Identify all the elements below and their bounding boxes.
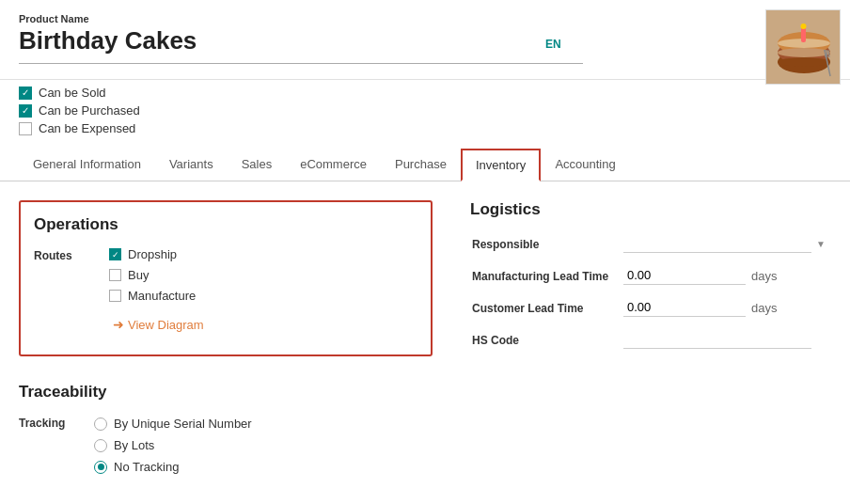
routes-field-row: Routes Dropship Buy Manufacture xyxy=(34,247,414,332)
can-be-purchased-row[interactable]: Can be Purchased xyxy=(19,103,831,118)
tab-ecommerce[interactable]: eCommerce xyxy=(286,149,381,181)
tracking-serial-radio[interactable] xyxy=(94,417,107,431)
can-be-expensed-label: Can be Expensed xyxy=(39,121,135,135)
tracking-label: Tracking xyxy=(19,415,94,430)
manufacturing-lead-time-unit: days xyxy=(751,269,777,283)
tracking-serial-row[interactable]: By Unique Serial Number xyxy=(94,417,252,431)
tab-accounting[interactable]: Accounting xyxy=(541,149,629,181)
tracking-serial-label: By Unique Serial Number xyxy=(114,417,252,431)
route-dropship-checkbox[interactable] xyxy=(109,248,121,260)
svg-point-6 xyxy=(778,57,830,67)
right-column: Logistics Responsible ▼ Manufacturing Le… xyxy=(433,200,831,483)
customer-lead-time-input-row: days xyxy=(623,298,829,317)
route-buy-label: Buy xyxy=(128,268,149,282)
tracking-lots-label: By Lots xyxy=(114,438,154,452)
logistics-title: Logistics xyxy=(470,200,831,219)
operations-section: Operations Routes Dropship Buy Manufactu… xyxy=(19,200,433,356)
can-be-sold-row[interactable]: Can be Sold xyxy=(19,86,831,100)
route-manufacture-label: Manufacture xyxy=(128,289,196,303)
tracking-field-row: Tracking By Unique Serial Number By Lots… xyxy=(19,415,433,474)
traceability-section: Traceability Tracking By Unique Serial N… xyxy=(19,383,433,474)
can-be-expensed-row[interactable]: Can be Expensed xyxy=(19,121,831,135)
left-column: Operations Routes Dropship Buy Manufactu… xyxy=(19,200,433,483)
can-be-expensed-checkbox[interactable] xyxy=(19,122,32,135)
tracking-none-radio[interactable] xyxy=(94,461,107,474)
tab-variants[interactable]: Variants xyxy=(155,149,228,181)
header: Product Name Birthday Cakes EN xyxy=(0,0,850,80)
operations-title: Operations xyxy=(34,215,414,234)
product-title: Birthday Cakes xyxy=(19,26,583,64)
language-badge[interactable]: EN xyxy=(545,38,561,51)
svg-point-5 xyxy=(778,48,830,57)
traceability-title: Traceability xyxy=(19,383,433,402)
chevron-down-icon: ▼ xyxy=(816,239,826,249)
can-be-sold-label: Can be Sold xyxy=(39,86,106,100)
route-manufacture-checkbox[interactable] xyxy=(109,290,121,302)
customer-lead-time-unit: days xyxy=(751,301,777,315)
responsible-label: Responsible xyxy=(472,234,622,264)
can-be-sold-checkbox[interactable] xyxy=(19,87,32,100)
svg-rect-7 xyxy=(801,27,806,42)
route-buy-row[interactable]: Buy xyxy=(109,268,204,282)
product-name-label: Product Name xyxy=(19,13,831,24)
manufacturing-lead-time-input[interactable] xyxy=(623,266,746,285)
responsible-row: Responsible ▼ xyxy=(472,234,829,264)
hs-code-input[interactable] xyxy=(623,330,811,349)
product-image-placeholder xyxy=(766,10,841,85)
route-buy-checkbox[interactable] xyxy=(109,269,121,281)
tracking-options: By Unique Serial Number By Lots No Track… xyxy=(94,417,252,474)
customer-lead-time-label: Customer Lead Time xyxy=(472,298,622,328)
tracking-none-label: No Tracking xyxy=(114,460,179,474)
view-diagram-button[interactable]: ➜ View Diagram xyxy=(113,317,204,332)
tab-inventory[interactable]: Inventory xyxy=(461,149,541,181)
responsible-select[interactable] xyxy=(623,234,811,253)
routes-label: Routes xyxy=(34,247,109,262)
can-be-purchased-checkbox[interactable] xyxy=(19,104,32,118)
route-manufacture-row[interactable]: Manufacture xyxy=(109,289,204,303)
tracking-lots-row[interactable]: By Lots xyxy=(94,438,252,452)
tab-general-information[interactable]: General Information xyxy=(19,149,155,181)
tab-sales[interactable]: Sales xyxy=(228,149,287,181)
product-flags: Can be Sold Can be Purchased Can be Expe… xyxy=(0,80,850,145)
product-image xyxy=(765,9,841,85)
manufacturing-lead-time-label: Manufacturing Lead Time xyxy=(472,266,622,296)
customer-lead-time-row: Customer Lead Time days xyxy=(472,298,829,328)
view-diagram-label: View Diagram xyxy=(128,318,204,332)
can-be-purchased-label: Can be Purchased xyxy=(39,103,140,118)
logistics-table: Responsible ▼ Manufacturing Lead Time xyxy=(470,232,831,362)
routes-checkboxes: Dropship Buy Manufacture ➜ View Diagram xyxy=(109,247,204,332)
hs-code-row: HS Code xyxy=(472,330,829,360)
tracking-lots-radio[interactable] xyxy=(94,439,107,452)
svg-point-8 xyxy=(801,24,807,29)
main-content: Operations Routes Dropship Buy Manufactu… xyxy=(0,181,850,502)
route-dropship-row[interactable]: Dropship xyxy=(109,247,204,261)
route-dropship-label: Dropship xyxy=(128,247,177,261)
tab-bar: General Information Variants Sales eComm… xyxy=(0,149,850,181)
customer-lead-time-input[interactable] xyxy=(623,298,746,317)
manufacturing-lead-time-input-row: days xyxy=(623,266,829,285)
tracking-none-row[interactable]: No Tracking xyxy=(94,460,252,474)
manufacturing-lead-time-row: Manufacturing Lead Time days xyxy=(472,266,829,296)
hs-code-label: HS Code xyxy=(472,330,622,360)
tab-purchase[interactable]: Purchase xyxy=(381,149,461,181)
cake-svg xyxy=(766,10,841,85)
arrow-right-icon: ➜ xyxy=(113,317,124,332)
responsible-select-wrapper: ▼ xyxy=(623,234,829,253)
